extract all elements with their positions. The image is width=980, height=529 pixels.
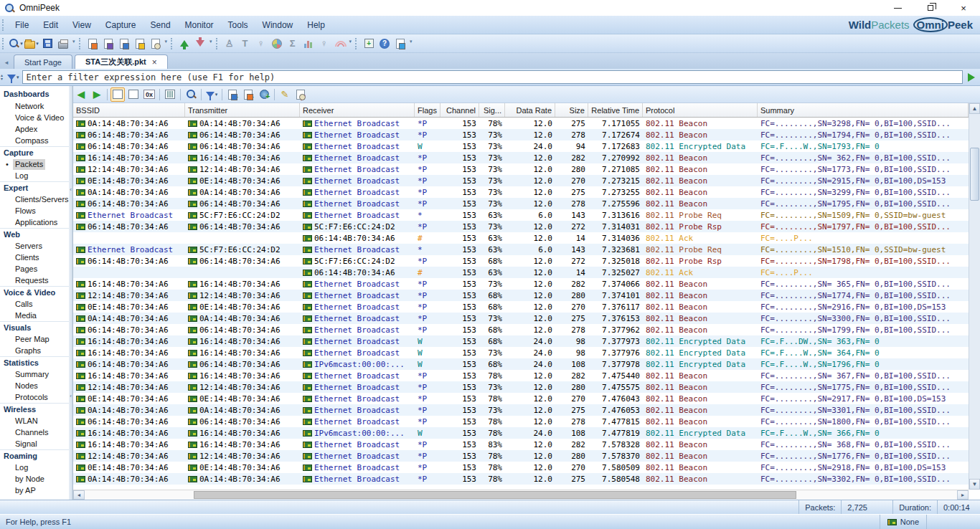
menu-tools[interactable]: Tools: [221, 18, 255, 32]
graphs-tool-button[interactable]: [301, 37, 316, 51]
column-header-protocol[interactable]: Protocol: [643, 103, 758, 117]
export-packets-button[interactable]: [193, 37, 207, 51]
close-button[interactable]: ×: [947, 0, 980, 16]
apply-filter-button[interactable]: [966, 72, 977, 83]
sidebar-item-packets[interactable]: Packets: [0, 158, 69, 170]
sidebar-item-flows[interactable]: Flows: [0, 205, 69, 216]
packet-row[interactable]: 0E:14:4B:70:34:A60E:14:4B:70:34:A6Ethern…: [73, 393, 969, 404]
media-view-button[interactable]: [393, 37, 407, 51]
menu-window[interactable]: Window: [255, 18, 301, 32]
alarms-button[interactable]: [133, 37, 147, 51]
sidebar-item-clients-servers[interactable]: Clients/Servers: [0, 194, 69, 205]
sidebar-item-wlan[interactable]: WLAN: [0, 415, 69, 426]
edit-note-button[interactable]: ✎: [278, 87, 292, 102]
go-forward-button[interactable]: ▶: [90, 87, 104, 102]
packet-list-view-button[interactable]: [110, 87, 125, 102]
sidebar-item-pages[interactable]: Pages: [0, 263, 69, 275]
packet-row[interactable]: 16:14:4B:70:34:A616:14:4B:70:34:A6Ethern…: [73, 152, 969, 163]
scroll-up-icon[interactable]: ▲: [969, 103, 980, 114]
packet-row[interactable]: Ethernet Broadcast5C:F7:E6:CC:24:D2Ether…: [73, 209, 969, 221]
sidebar-item-summary[interactable]: Summary: [0, 368, 69, 380]
start-new-capture-button[interactable]: ▾: [9, 37, 23, 51]
delete-note-button[interactable]: ✗: [293, 87, 308, 102]
packet-row[interactable]: 0A:14:4B:70:34:A60A:14:4B:70:34:A6Ethern…: [73, 118, 969, 129]
filter-expression-input[interactable]: [22, 70, 963, 84]
packet-row[interactable]: 12:14:4B:70:34:A612:14:4B:70:34:A6Ethern…: [73, 381, 969, 393]
packet-row[interactable]: Ethernet Broadcast5C:F7:E6:CC:24:D2Ether…: [73, 244, 969, 255]
packet-row[interactable]: 0A:14:4B:70:34:A60A:14:4B:70:34:A6Ethern…: [73, 186, 969, 198]
toolbar-grip[interactable]: [355, 38, 358, 49]
toolbar-grip[interactable]: [216, 38, 219, 49]
sidebar-item-requests[interactable]: Requests: [0, 275, 69, 286]
go-back-button[interactable]: ◀: [74, 87, 88, 102]
sidebar-item-clients[interactable]: Clients: [0, 252, 69, 263]
menu-edit[interactable]: Edit: [36, 18, 65, 32]
column-header-relative-time[interactable]: Relative Time: [588, 103, 643, 117]
packet-row[interactable]: 06:14:4B:70:34:A606:14:4B:70:34:A6Ethern…: [73, 324, 969, 335]
filter-menu-button[interactable]: ▾: [204, 87, 219, 102]
scroll-down-icon[interactable]: ▼: [969, 479, 980, 490]
window-layout-button[interactable]: +: [362, 37, 376, 51]
open-file-button[interactable]: ▾: [24, 37, 39, 51]
packet-row[interactable]: 16:14:4B:70:34:A616:14:4B:70:34:A6Ethern…: [73, 278, 969, 290]
sidebar-item-servers[interactable]: Servers: [0, 240, 69, 252]
tab-sta-pkt[interactable]: STA三次关联.pkt×: [75, 54, 168, 69]
column-header-bssid[interactable]: BSSID: [73, 103, 185, 117]
packet-row[interactable]: 16:14:4B:70:34:A616:14:4B:70:34:A6IPv6mc…: [73, 427, 969, 439]
sidebar-item-compass[interactable]: Compass: [0, 135, 69, 146]
sidebar-item-graphs[interactable]: Graphs: [0, 345, 69, 356]
column-header-flags[interactable]: Flags: [415, 103, 440, 117]
menu-capture[interactable]: Capture: [98, 18, 143, 32]
sidebar-item-network[interactable]: Network: [0, 100, 69, 112]
column-options-button[interactable]: [163, 87, 177, 102]
scroll-right-icon[interactable]: ▸: [957, 490, 969, 500]
packet-row[interactable]: 0A:14:4B:70:34:A60A:14:4B:70:34:A6Ethern…: [73, 473, 969, 485]
menu-monitor[interactable]: Monitor: [178, 18, 221, 32]
packet-row[interactable]: 06:14:4B:70:34:A606:14:4B:70:34:A6Ethern…: [73, 129, 969, 140]
overflow-chevron-icon[interactable]: ▾: [165, 39, 168, 44]
clients-servers-tool-button[interactable]: ♙: [222, 37, 237, 51]
overflow-chevron-icon[interactable]: ▾: [72, 39, 75, 44]
toolbar-grip[interactable]: [2, 38, 5, 49]
insert-into-filter-button[interactable]: +: [225, 87, 240, 102]
toolbar-grip[interactable]: [171, 38, 174, 49]
name-table-tool-button[interactable]: ♀: [254, 37, 268, 51]
capture-options-button[interactable]: [85, 37, 100, 51]
packet-row[interactable]: 06:14:4B:70:34:A606:14:4B:70:34:A6Ethern…: [73, 416, 969, 427]
column-header-receiver[interactable]: Receiver: [300, 103, 415, 117]
trigger-timer-button[interactable]: [149, 37, 163, 51]
packet-row[interactable]: 06:14:4B:70:34:A6#15363%12.0147.32502780…: [73, 267, 969, 278]
overflow-chevron-icon[interactable]: ▾: [349, 39, 352, 44]
packet-row[interactable]: 06:14:4B:70:34:A606:14:4B:70:34:A65C:F7:…: [73, 255, 969, 267]
peer-map-tool-button[interactable]: ♀: [317, 37, 331, 51]
sidebar-item-voice-video[interactable]: Voice & Video: [0, 112, 69, 123]
packet-row[interactable]: 06:14:4B:70:34:A606:14:4B:70:34:A6Ethern…: [73, 198, 969, 209]
packet-row[interactable]: 0E:14:4B:70:34:A60E:14:4B:70:34:A6Ethern…: [73, 462, 969, 473]
sidebar-item-signal[interactable]: Signal: [0, 438, 69, 449]
import-packets-button[interactable]: [177, 37, 192, 51]
filter-settings-button[interactable]: [101, 37, 116, 51]
column-header-sig-[interactable]: Sig...: [479, 103, 505, 117]
packet-row[interactable]: 0E:14:4B:70:34:A60E:14:4B:70:34:A6Ethern…: [73, 175, 969, 186]
zoom-packets-button[interactable]: [184, 87, 198, 102]
packet-row[interactable]: 16:14:4B:70:34:A616:14:4B:70:34:A6Ethern…: [73, 335, 969, 347]
filter-spin-control[interactable]: ▴▾: [1, 74, 3, 81]
packet-row[interactable]: 12:14:4B:70:34:A612:14:4B:70:34:A6Ethern…: [73, 450, 969, 462]
column-header-data-rate[interactable]: Data Rate: [505, 103, 555, 117]
sidebar-item-applications[interactable]: Applications: [0, 216, 69, 228]
packet-row[interactable]: 0A:14:4B:70:34:A60A:14:4B:70:34:A6Ethern…: [73, 313, 969, 324]
sidebar-item-nodes[interactable]: Nodes: [0, 380, 69, 391]
packet-row[interactable]: 16:14:4B:70:34:A616:14:4B:70:34:A6Ethern…: [73, 439, 969, 450]
sidebar-item-calls[interactable]: Calls: [0, 298, 69, 310]
overflow-chevron-icon[interactable]: ▾: [410, 39, 413, 44]
tab-close-icon[interactable]: ×: [152, 57, 157, 67]
horizontal-scrollbar[interactable]: ◂ ▸: [73, 490, 969, 500]
summary-stats-tool-button[interactable]: [270, 37, 284, 51]
column-header-summary[interactable]: Summary: [758, 103, 969, 117]
packet-row[interactable]: 06:14:4B:70:34:A6#15363%12.0147.31403680…: [73, 232, 969, 244]
sidebar-item-channels[interactable]: Channels: [0, 426, 69, 438]
horizontal-scroll-thumb[interactable]: [194, 491, 796, 499]
tab-start-page[interactable]: Start Page: [14, 54, 72, 69]
column-header-channel[interactable]: Channel: [440, 103, 479, 117]
overflow-chevron-icon[interactable]: ▾: [209, 39, 212, 44]
